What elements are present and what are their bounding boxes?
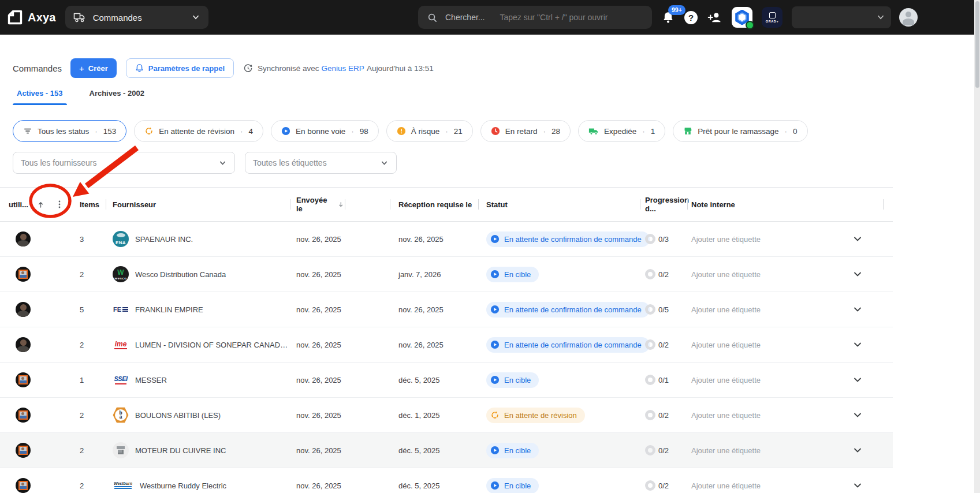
table-row[interactable]: 2 ba BOULONS ABITIBI (LES) nov. 26, 2025… — [0, 398, 893, 433]
help-icon: ? — [684, 11, 698, 24]
invite-user-button[interactable] — [707, 11, 722, 24]
expand-chevron-icon[interactable] — [853, 446, 862, 455]
table-row[interactable]: 5 FE FRANKLIN EMPIRE nov. 26, 2025 nov. … — [0, 292, 893, 327]
progress-count: 0/3 — [658, 235, 669, 244]
notifications-button[interactable]: 99+ — [662, 11, 675, 24]
create-button[interactable]: + Créer — [70, 58, 117, 78]
global-search[interactable]: Chercher... Tapez sur "Ctrl + /" pour ou… — [418, 6, 652, 29]
grad-app-icon — [769, 12, 776, 18]
module-switcher-label: Commandes — [93, 13, 184, 23]
table-row[interactable]: 2 MOTEUR DU CUIVRE INC nov. 26, 2025 déc… — [0, 433, 893, 468]
chip-separator: · — [785, 127, 788, 136]
play-icon — [281, 126, 290, 136]
status-chip-6[interactable]: Prêt pour le ramassage·0 — [673, 120, 807, 142]
expand-chevron-icon[interactable] — [853, 234, 862, 244]
app-tile-hex[interactable] — [732, 7, 752, 28]
store-icon — [683, 126, 692, 136]
scrollbar-thumb[interactable] — [975, 1, 979, 88]
status-chip-1[interactable]: En attente de révision·4 — [134, 120, 263, 142]
add-tag-button[interactable]: Ajouter une étiquette — [691, 446, 761, 455]
required-date: nov. 26, 2025 — [398, 305, 444, 314]
sync-erp-link[interactable]: Genius ERP — [322, 64, 364, 73]
app-tile-grad[interactable]: GRAD+ — [762, 7, 782, 28]
expand-chevron-icon[interactable] — [853, 340, 862, 349]
table-row[interactable]: 2 ime LUMEN - DIVISION OF SONEPAR CANADA… — [0, 327, 893, 363]
supplier-name: BOULONS ABITIBI (LES) — [135, 411, 221, 420]
topbar-dropdown[interactable] — [792, 6, 891, 28]
status-chip-0[interactable]: Tous les status·153 — [13, 120, 126, 142]
supplier-filter[interactable]: Tous les fournisseurs — [13, 152, 235, 174]
topbar: Axya Commandes Chercher... Tapez sur "Ct… — [0, 0, 980, 35]
progress-count: 0/2 — [658, 481, 669, 490]
expand-chevron-icon[interactable] — [853, 305, 862, 314]
items-count: 3 — [80, 235, 84, 244]
table-row[interactable]: 2 Wwesco Wesco Distribution Canada nov. … — [0, 257, 893, 292]
progress-ring — [645, 375, 655, 385]
status-icon — [490, 375, 500, 384]
col-sent-sortable[interactable]: Envoyée le — [290, 188, 345, 221]
sent-date: nov. 26, 2025 — [296, 270, 341, 279]
tab-actives[interactable]: Actives - 153 — [13, 84, 67, 105]
page-title: Commandes — [13, 64, 62, 73]
table-row[interactable]: 1 SSEI MESSER nov. 26, 2025 déc. 5, 2025… — [0, 363, 893, 398]
chevron-down-icon — [218, 159, 227, 167]
axya-logo-icon — [7, 9, 23, 25]
status-icon — [490, 234, 500, 244]
reminder-settings-label: Paramètres de rappel — [148, 64, 225, 73]
required-date: nov. 26, 2025 — [398, 341, 444, 349]
add-tag-button[interactable]: Ajouter une étiquette — [691, 341, 761, 349]
app-screen: Axya Commandes Chercher... Tapez sur "Ct… — [0, 0, 980, 493]
progress-ring — [645, 269, 655, 279]
expand-chevron-icon[interactable] — [853, 375, 862, 384]
supplier-name: MESSER — [135, 376, 167, 384]
chip-separator: · — [543, 127, 546, 136]
items-count: 2 — [80, 446, 84, 455]
expand-chevron-icon[interactable] — [853, 410, 862, 420]
search-placeholder: Chercher... — [445, 13, 485, 22]
add-tag-button[interactable]: Ajouter une étiquette — [691, 481, 761, 490]
add-tag-button[interactable]: Ajouter une étiquette — [691, 235, 761, 244]
status-chip-5[interactable]: Expediée·1 — [578, 120, 665, 142]
status-badge: En cible — [486, 443, 539, 458]
chip-label: À risque — [411, 127, 440, 136]
tag-filter[interactable]: Toutes les étiquettes — [245, 152, 397, 174]
table-row[interactable]: 3 ENA SPAENAUR INC. nov. 26, 2025 nov. 2… — [0, 222, 893, 257]
expand-chevron-icon[interactable] — [853, 270, 862, 279]
reminder-settings-button[interactable]: Paramètres de rappel — [126, 58, 234, 78]
assignee-avatar — [16, 443, 31, 458]
progress-ring — [645, 234, 655, 244]
col-empty — [345, 188, 390, 221]
user-avatar[interactable] — [899, 8, 918, 27]
supplier-logo — [113, 442, 129, 458]
refresh-icon — [144, 126, 154, 136]
sort-asc-icon[interactable] — [36, 200, 45, 209]
expand-chevron-icon[interactable] — [853, 481, 862, 490]
add-tag-button[interactable]: Ajouter une étiquette — [691, 411, 761, 420]
status-badge: En attente de confirmation de commande — [486, 337, 650, 353]
status-icon — [490, 340, 500, 349]
status-chip-2[interactable]: En bonne voie·98 — [271, 120, 379, 142]
sync-status: Synchronisé avec Genius ERP Aujourd'hui … — [243, 64, 434, 73]
chip-count: 4 — [248, 127, 253, 136]
scrollbar[interactable] — [974, 0, 980, 493]
add-tag-button[interactable]: Ajouter une étiquette — [691, 305, 761, 314]
module-switcher[interactable]: Commandes — [65, 6, 208, 29]
truck-icon — [73, 12, 86, 23]
progress-ring — [645, 304, 655, 315]
col-expander — [832, 188, 884, 221]
tab-archives[interactable]: Archives - 2002 — [85, 84, 148, 105]
chip-separator: · — [445, 127, 448, 136]
add-tag-button[interactable]: Ajouter une étiquette — [691, 270, 761, 279]
col-reception: Réception requise le — [398, 200, 472, 209]
status-chip-4[interactable]: En retard·28 — [480, 120, 571, 142]
help-button[interactable]: ? — [684, 11, 698, 24]
status-chip-3[interactable]: À risque·21 — [386, 120, 473, 142]
column-menu-icon[interactable] — [55, 200, 64, 209]
add-tag-button[interactable]: Ajouter une étiquette — [691, 376, 761, 384]
table-row[interactable]: 2 Westburn Westburne Ruddy Electric nov.… — [0, 468, 893, 493]
col-note: Note interne — [691, 200, 735, 209]
status-badge: En attente de révision — [486, 408, 585, 423]
status-icon — [490, 481, 500, 490]
table-body: 3 ENA SPAENAUR INC. nov. 26, 2025 nov. 2… — [0, 222, 893, 493]
page-head: Commandes + Créer Paramètres de rappel — [0, 35, 980, 78]
